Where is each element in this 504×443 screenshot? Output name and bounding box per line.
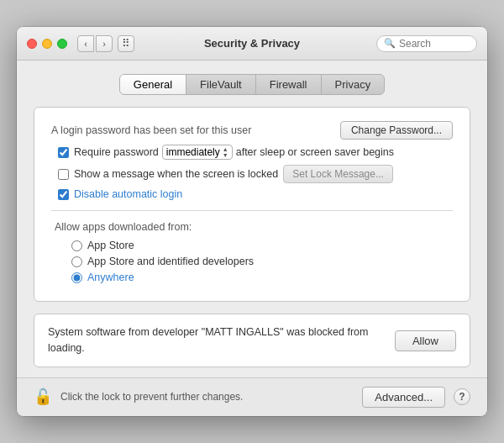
forward-button[interactable]: › bbox=[96, 35, 113, 52]
maximize-button[interactable] bbox=[57, 39, 67, 49]
blocked-software-panel: System software from developer "MATT ING… bbox=[34, 314, 470, 367]
search-icon: 🔍 bbox=[384, 38, 396, 49]
content-area: General FileVault Firewall Privacy A log… bbox=[17, 61, 487, 367]
tab-group-container: General FileVault Firewall Privacy bbox=[34, 74, 470, 95]
disable-autologin-checkbox[interactable] bbox=[58, 189, 69, 200]
radio-app-store-label: App Store bbox=[87, 240, 134, 251]
footer: 🔓 Click the lock to prevent further chan… bbox=[17, 377, 487, 416]
change-password-button[interactable]: Change Password... bbox=[340, 121, 453, 140]
require-password-row: Require password immediately ▲▼ after sl… bbox=[58, 145, 453, 160]
tab-general[interactable]: General bbox=[120, 75, 186, 94]
back-button[interactable]: ‹ bbox=[77, 35, 94, 52]
tab-privacy[interactable]: Privacy bbox=[322, 75, 385, 94]
lock-icon[interactable]: 🔓 bbox=[34, 388, 52, 406]
allow-button[interactable]: Allow bbox=[395, 330, 456, 351]
tab-firewall[interactable]: Firewall bbox=[256, 75, 322, 94]
grid-button[interactable]: ⠿ bbox=[118, 35, 134, 52]
login-password-panel: A login password has been set for this u… bbox=[34, 107, 470, 302]
radio-app-store[interactable] bbox=[71, 240, 82, 251]
require-password-checkbox[interactable] bbox=[58, 147, 69, 158]
show-message-label: Show a message when the screen is locked bbox=[74, 168, 278, 180]
login-password-label: A login password has been set for this u… bbox=[51, 124, 340, 136]
allow-apps-label: Allow apps downloaded from: bbox=[55, 221, 449, 233]
minimize-button[interactable] bbox=[42, 39, 52, 49]
search-input[interactable] bbox=[399, 38, 470, 50]
password-timing-value: immediately bbox=[166, 146, 220, 158]
footer-text: Click the lock to prevent further change… bbox=[60, 391, 354, 403]
section-divider bbox=[51, 210, 453, 211]
advanced-button[interactable]: Advanced... bbox=[362, 387, 445, 408]
tab-filevault[interactable]: FileVault bbox=[186, 75, 256, 94]
radio-anywhere[interactable] bbox=[71, 272, 82, 283]
show-message-row: Show a message when the screen is locked… bbox=[58, 165, 453, 183]
nav-buttons: ‹ › bbox=[77, 35, 113, 52]
disable-autologin-row: Disable automatic login bbox=[58, 188, 453, 200]
radio-app-store-row: App Store bbox=[71, 240, 449, 251]
close-button[interactable] bbox=[27, 39, 37, 49]
titlebar: ‹ › ⠿ Security & Privacy 🔍 bbox=[17, 27, 487, 61]
radio-anywhere-label: Anywhere bbox=[87, 272, 134, 283]
blocked-text: System software from developer "MATT ING… bbox=[48, 324, 381, 356]
search-box[interactable]: 🔍 bbox=[376, 35, 477, 52]
dropdown-arrows-icon: ▲▼ bbox=[223, 146, 228, 158]
login-password-row: A login password has been set for this u… bbox=[51, 121, 453, 140]
radio-anywhere-row: Anywhere bbox=[71, 272, 449, 283]
password-timing-dropdown[interactable]: immediately ▲▼ bbox=[162, 145, 233, 160]
show-message-checkbox[interactable] bbox=[58, 169, 69, 180]
set-lock-message-button[interactable]: Set Lock Message... bbox=[283, 165, 393, 183]
after-sleep-label: after sleep or screen saver begins bbox=[236, 146, 394, 158]
radio-app-store-identified-row: App Store and identified developers bbox=[71, 256, 449, 267]
require-password-label-text: Require password bbox=[74, 146, 159, 158]
help-button[interactable]: ? bbox=[454, 388, 470, 405]
traffic-lights bbox=[27, 39, 67, 49]
radio-app-store-identified-label: App Store and identified developers bbox=[87, 256, 254, 267]
main-window: ‹ › ⠿ Security & Privacy 🔍 General FileV… bbox=[17, 27, 487, 416]
radio-app-store-identified[interactable] bbox=[71, 256, 82, 267]
window-title: Security & Privacy bbox=[204, 37, 300, 50]
tab-group: General FileVault Firewall Privacy bbox=[119, 74, 385, 95]
disable-autologin-label: Disable automatic login bbox=[74, 188, 182, 200]
allow-apps-section: Allow apps downloaded from: App Store Ap… bbox=[51, 221, 453, 283]
